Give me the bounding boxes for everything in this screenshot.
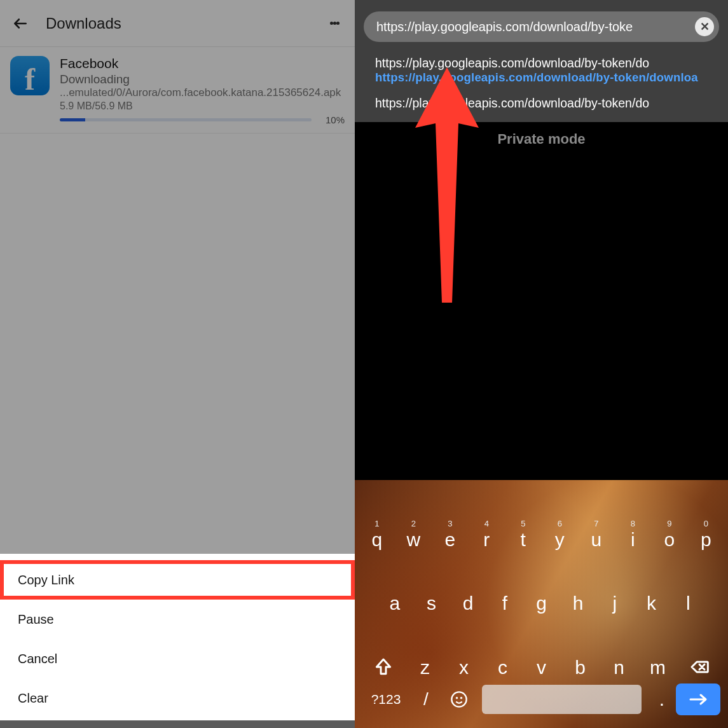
space-key[interactable] — [482, 685, 642, 714]
keyboard-row-4: ?123 / . — [359, 677, 724, 724]
key-l[interactable]: l — [670, 582, 706, 613]
key-v[interactable]: v — [522, 647, 561, 677]
key-m[interactable]: m — [638, 647, 677, 677]
more-icon[interactable] — [322, 11, 347, 36]
clear-icon[interactable]: ✕ — [695, 17, 714, 36]
download-status: Downloading — [60, 72, 345, 86]
enter-key[interactable] — [676, 683, 720, 715]
download-size: 5.9 MB/56.9 MB — [60, 100, 345, 112]
suggestions: https://play.googleapis.com/download/by-… — [364, 42, 719, 122]
downloads-header: Downloads — [0, 0, 355, 47]
shift-key[interactable] — [361, 657, 406, 677]
backspace-key[interactable] — [677, 657, 722, 677]
key-t[interactable]: 5t — [505, 519, 542, 549]
suggestion-2[interactable]: https://play.googleapis.com/download/by-… — [375, 96, 708, 111]
nav-bar-hint — [0, 720, 355, 728]
key-e[interactable]: 3e — [432, 519, 469, 549]
suggestion-1[interactable]: https://play.googleapis.com/download/by-… — [375, 56, 708, 85]
address-text[interactable]: https://play.googleapis.com/download/by-… — [376, 20, 695, 34]
key-w[interactable]: 2w — [395, 519, 432, 549]
download-meta: Facebook Downloading ...emulated/0/Auror… — [60, 56, 345, 125]
download-path: ...emulated/0/Aurora/com.facebook.katana… — [60, 86, 345, 99]
key-x[interactable]: x — [444, 647, 483, 677]
svg-point-1 — [451, 692, 466, 706]
key-g[interactable]: g — [523, 582, 560, 613]
key-q[interactable]: 1q — [359, 519, 395, 549]
period-key[interactable]: . — [648, 689, 676, 710]
slash-key[interactable]: / — [409, 689, 443, 710]
private-mode-label: Private mode — [355, 131, 728, 148]
facebook-app-icon: f — [10, 56, 50, 95]
progress-bar — [60, 118, 312, 121]
key-k[interactable]: k — [633, 582, 670, 613]
suggestion-1-text: https://play.googleapis.com/download/by-… — [375, 56, 708, 71]
on-screen-keyboard: 1q2w3e4r5t6y7u8i9o0p asdfghjkl zxcvbnm ?… — [355, 480, 728, 728]
key-o[interactable]: 9o — [651, 519, 688, 549]
suggestion-1-url: https://play.googleapis.com/download/by-… — [375, 71, 708, 85]
page-title: Downloads — [46, 15, 121, 32]
key-p[interactable]: 0p — [688, 519, 725, 549]
key-y[interactable]: 6y — [542, 519, 579, 549]
emoji-key[interactable] — [443, 690, 476, 708]
progress-percent: 10% — [318, 114, 345, 125]
pause-button[interactable]: Pause — [0, 600, 355, 639]
key-r[interactable]: 4r — [469, 519, 505, 549]
address-bar[interactable]: https://play.googleapis.com/download/by-… — [364, 11, 719, 42]
key-f[interactable]: f — [486, 582, 523, 613]
download-item[interactable]: f Facebook Downloading ...emulated/0/Aur… — [0, 47, 355, 134]
address-bar-container: https://play.googleapis.com/download/by-… — [355, 0, 728, 122]
browser-pane: https://play.googleapis.com/download/by-… — [355, 0, 728, 728]
key-u[interactable]: 7u — [578, 519, 615, 549]
clear-button[interactable]: Clear — [0, 678, 355, 718]
back-icon[interactable] — [8, 11, 33, 36]
cancel-button[interactable]: Cancel — [0, 639, 355, 678]
key-c[interactable]: c — [483, 647, 522, 677]
key-i[interactable]: 8i — [615, 519, 652, 549]
key-d[interactable]: d — [450, 582, 486, 613]
download-name: Facebook — [60, 56, 345, 71]
key-j[interactable]: j — [596, 582, 633, 613]
keyboard-row-1: 1q2w3e4r5t6y7u8i9o0p — [359, 485, 724, 549]
svg-point-2 — [457, 697, 457, 698]
keyboard-row-3: zxcvbnm — [359, 613, 724, 677]
key-b[interactable]: b — [561, 647, 600, 677]
key-h[interactable]: h — [560, 582, 596, 613]
keyboard-row-2: asdfghjkl — [359, 549, 724, 614]
action-sheet: Copy Link Pause Cancel Clear — [0, 554, 355, 728]
key-n[interactable]: n — [600, 647, 638, 677]
downloads-pane: Downloads f Facebook Downloading ...emul… — [0, 0, 355, 728]
copy-link-button[interactable]: Copy Link — [0, 560, 355, 600]
key-a[interactable]: a — [376, 582, 413, 613]
key-s[interactable]: s — [413, 582, 450, 613]
symbols-key[interactable]: ?123 — [362, 692, 409, 707]
svg-point-3 — [461, 697, 462, 698]
key-z[interactable]: z — [406, 647, 444, 677]
